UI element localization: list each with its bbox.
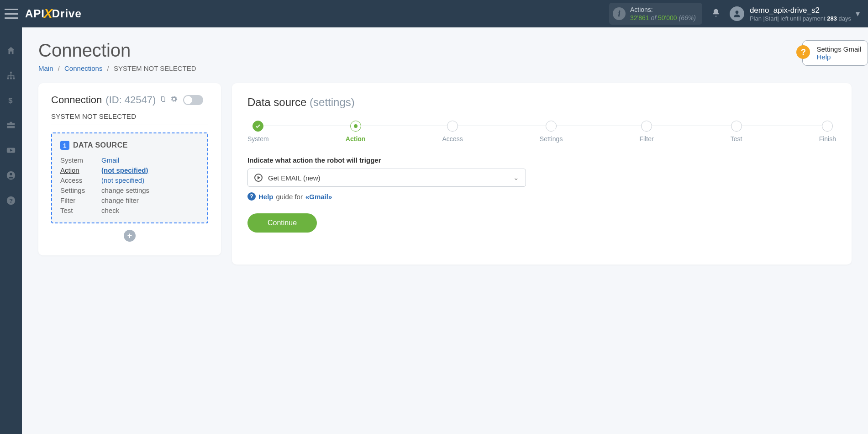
- svg-rect-1: [10, 72, 12, 74]
- row-test-value[interactable]: check: [101, 206, 199, 214]
- help-card: ? Settings Gmail Help: [802, 40, 868, 66]
- logo-text-right: Drive: [52, 7, 82, 20]
- stepper: System Action Access Settings Filter Tes…: [247, 121, 836, 143]
- notifications-bell-icon[interactable]: [711, 8, 721, 20]
- actions-label: Actions:: [630, 5, 696, 14]
- hamburger-menu-icon[interactable]: [5, 9, 18, 19]
- logo-text-left: API: [25, 7, 45, 20]
- data-source-box: 1 DATA SOURCE System Gmail Action (not s…: [51, 132, 208, 223]
- actions-of: of: [651, 14, 658, 21]
- help-guide-line[interactable]: ? Help guide for «Gmail»: [247, 192, 836, 201]
- row-system-label: System: [60, 156, 101, 164]
- connection-title: Connection: [51, 94, 102, 106]
- billing-icon[interactable]: $: [5, 96, 16, 107]
- continue-button[interactable]: Continue: [247, 213, 317, 233]
- svg-text:?: ?: [9, 197, 13, 204]
- actions-used: 32'861: [630, 14, 649, 21]
- home-icon[interactable]: [5, 46, 16, 58]
- action-select-value: Get EMAIL (new): [268, 174, 320, 182]
- row-settings-value[interactable]: change settings: [101, 186, 199, 194]
- connection-id: (ID: 42547): [105, 94, 156, 106]
- row-action-label: Action: [60, 166, 101, 174]
- ds-title: DATA SOURCE: [73, 141, 128, 149]
- topbar: API X Drive i Actions: 32'861 of 50'000 …: [0, 0, 868, 27]
- step-access[interactable]: Access: [442, 121, 463, 143]
- step-settings[interactable]: Settings: [540, 121, 563, 143]
- svg-text:$: $: [8, 96, 13, 105]
- breadcrumb-current: SYSTEM NOT SELECTED: [114, 64, 196, 72]
- step-test[interactable]: Test: [731, 121, 742, 143]
- user-plan: Plan |Start| left until payment 283 days: [750, 15, 851, 22]
- actions-counter[interactable]: i Actions: 32'861 of 50'000 (66%): [609, 3, 702, 25]
- svg-rect-4: [13, 78, 15, 79]
- svg-rect-2: [7, 78, 9, 79]
- connection-card: Connection (ID: 42547) SYSTEM NOT SELECT…: [38, 83, 221, 255]
- help-icon[interactable]: ?: [5, 196, 16, 208]
- breadcrumb: Main / Connections / SYSTEM NOT SELECTED: [38, 64, 852, 72]
- gear-icon[interactable]: [170, 95, 178, 105]
- step-finish[interactable]: Finish: [819, 121, 836, 143]
- actions-total: 50'000: [658, 14, 677, 21]
- data-source-settings-card: Data source (settings) System Action Acc…: [232, 83, 852, 265]
- help-card-title: Settings Gmail: [816, 45, 861, 53]
- help-question-icon: ?: [247, 192, 256, 201]
- main-content: Connection Main / Connections / SYSTEM N…: [22, 27, 868, 434]
- info-icon: i: [613, 7, 626, 20]
- step-action[interactable]: Action: [346, 121, 366, 143]
- action-field-label: Indicate what action the robot will trig…: [247, 156, 836, 164]
- row-filter-label: Filter: [60, 196, 101, 204]
- row-filter-value[interactable]: change filter: [101, 196, 199, 204]
- copy-icon[interactable]: [159, 95, 167, 105]
- svg-point-0: [736, 11, 739, 14]
- row-test-label: Test: [60, 206, 101, 214]
- avatar-icon: [730, 6, 744, 21]
- briefcase-icon[interactable]: [5, 120, 16, 132]
- help-question-icon: ?: [796, 45, 810, 59]
- connections-icon[interactable]: [5, 71, 16, 83]
- right-card-title: Data source (settings): [247, 96, 836, 109]
- profile-icon[interactable]: [5, 170, 16, 183]
- play-icon: [254, 174, 263, 182]
- svg-rect-3: [10, 78, 12, 79]
- chevron-down-icon[interactable]: ▾: [856, 9, 860, 19]
- row-access-label: Access: [60, 176, 101, 184]
- row-settings-label: Settings: [60, 186, 101, 194]
- chevron-down-icon: ⌄: [513, 174, 519, 182]
- page-title: Connection: [38, 40, 852, 61]
- logo[interactable]: API X Drive: [25, 6, 82, 21]
- row-access-value[interactable]: (not specified): [101, 176, 199, 184]
- action-select[interactable]: Get EMAIL (new) ⌄: [247, 169, 526, 187]
- enable-toggle[interactable]: [183, 95, 203, 105]
- user-menu[interactable]: demo_apix-drive_s2 Plan |Start| left unt…: [730, 6, 851, 22]
- user-name: demo_apix-drive_s2: [750, 6, 851, 15]
- help-card-link[interactable]: Help: [816, 53, 831, 61]
- ds-badge: 1: [60, 141, 69, 150]
- step-system[interactable]: System: [247, 121, 269, 143]
- row-system-value[interactable]: Gmail: [101, 156, 199, 164]
- breadcrumb-connections[interactable]: Connections: [64, 64, 102, 72]
- video-icon[interactable]: [5, 145, 16, 158]
- breadcrumb-main[interactable]: Main: [38, 64, 53, 72]
- svg-point-8: [10, 173, 12, 176]
- sidebar: $ ?: [0, 27, 22, 434]
- step-filter[interactable]: Filter: [640, 121, 654, 143]
- add-destination-button[interactable]: +: [124, 230, 136, 242]
- system-status: SYSTEM NOT SELECTED: [51, 112, 208, 125]
- row-action-value[interactable]: (not specified): [101, 166, 199, 174]
- actions-pct: (66%): [679, 14, 696, 21]
